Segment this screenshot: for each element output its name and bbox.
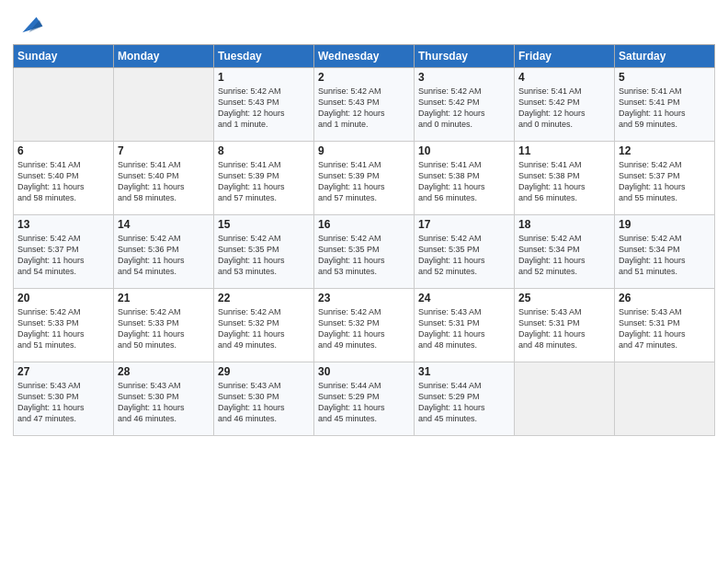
day-info: Sunrise: 5:41 AM Sunset: 5:41 PM Dayligh… bbox=[619, 86, 711, 131]
day-info: Sunrise: 5:43 AM Sunset: 5:30 PM Dayligh… bbox=[17, 380, 109, 425]
day-number: 22 bbox=[218, 292, 310, 304]
calendar-cell: 30Sunrise: 5:44 AM Sunset: 5:29 PM Dayli… bbox=[314, 362, 415, 436]
calendar-table: SundayMondayTuesdayWednesdayThursdayFrid… bbox=[13, 44, 715, 436]
calendar-cell: 25Sunrise: 5:43 AM Sunset: 5:31 PM Dayli… bbox=[515, 289, 615, 362]
day-number: 1 bbox=[218, 71, 310, 84]
calendar-cell: 12Sunrise: 5:42 AM Sunset: 5:37 PM Dayli… bbox=[615, 142, 715, 215]
day-header-thursday: Thursday bbox=[415, 45, 515, 68]
calendar-cell: 31Sunrise: 5:44 AM Sunset: 5:29 PM Dayli… bbox=[415, 362, 515, 436]
day-number: 24 bbox=[418, 292, 510, 304]
calendar-cell: 26Sunrise: 5:43 AM Sunset: 5:31 PM Dayli… bbox=[615, 289, 715, 362]
calendar-cell: 20Sunrise: 5:42 AM Sunset: 5:33 PM Dayli… bbox=[14, 289, 114, 362]
calendar-cell: 15Sunrise: 5:42 AM Sunset: 5:35 PM Dayli… bbox=[214, 215, 314, 289]
day-info: Sunrise: 5:41 AM Sunset: 5:42 PM Dayligh… bbox=[518, 86, 610, 131]
day-number: 14 bbox=[118, 218, 210, 231]
day-info: Sunrise: 5:42 AM Sunset: 5:35 PM Dayligh… bbox=[218, 233, 310, 278]
day-number: 17 bbox=[418, 218, 510, 231]
day-info: Sunrise: 5:44 AM Sunset: 5:29 PM Dayligh… bbox=[418, 380, 510, 425]
calendar-week-row: 27Sunrise: 5:43 AM Sunset: 5:30 PM Dayli… bbox=[14, 362, 715, 436]
day-number: 15 bbox=[218, 218, 310, 231]
day-number: 26 bbox=[619, 292, 711, 304]
day-number: 9 bbox=[318, 144, 410, 157]
calendar-week-row: 13Sunrise: 5:42 AM Sunset: 5:37 PM Dayli… bbox=[14, 215, 715, 289]
day-header-wednesday: Wednesday bbox=[314, 45, 415, 68]
calendar-header-row: SundayMondayTuesdayWednesdayThursdayFrid… bbox=[14, 45, 715, 68]
day-number: 28 bbox=[118, 365, 210, 378]
calendar-week-row: 6Sunrise: 5:41 AM Sunset: 5:40 PM Daylig… bbox=[14, 142, 715, 215]
calendar-cell: 5Sunrise: 5:41 AM Sunset: 5:41 PM Daylig… bbox=[615, 68, 715, 142]
calendar-cell: 16Sunrise: 5:42 AM Sunset: 5:35 PM Dayli… bbox=[314, 215, 415, 289]
day-info: Sunrise: 5:42 AM Sunset: 5:35 PM Dayligh… bbox=[418, 233, 510, 278]
day-number: 21 bbox=[118, 292, 210, 304]
calendar-cell: 6Sunrise: 5:41 AM Sunset: 5:40 PM Daylig… bbox=[14, 142, 114, 215]
calendar-cell: 8Sunrise: 5:41 AM Sunset: 5:39 PM Daylig… bbox=[214, 142, 314, 215]
day-number: 13 bbox=[17, 218, 109, 231]
calendar-cell: 24Sunrise: 5:43 AM Sunset: 5:31 PM Dayli… bbox=[415, 289, 515, 362]
day-info: Sunrise: 5:42 AM Sunset: 5:43 PM Dayligh… bbox=[218, 86, 310, 131]
logo-icon bbox=[15, 9, 44, 39]
calendar-cell: 17Sunrise: 5:42 AM Sunset: 5:35 PM Dayli… bbox=[415, 215, 515, 289]
calendar-week-row: 20Sunrise: 5:42 AM Sunset: 5:33 PM Dayli… bbox=[14, 289, 715, 362]
day-number: 25 bbox=[518, 292, 610, 304]
day-info: Sunrise: 5:43 AM Sunset: 5:31 PM Dayligh… bbox=[518, 306, 610, 351]
calendar-cell: 9Sunrise: 5:41 AM Sunset: 5:39 PM Daylig… bbox=[314, 142, 415, 215]
day-number: 16 bbox=[318, 218, 410, 231]
calendar-cell: 14Sunrise: 5:42 AM Sunset: 5:36 PM Dayli… bbox=[114, 215, 214, 289]
day-info: Sunrise: 5:42 AM Sunset: 5:37 PM Dayligh… bbox=[17, 233, 109, 278]
day-info: Sunrise: 5:42 AM Sunset: 5:32 PM Dayligh… bbox=[318, 306, 410, 351]
day-header-saturday: Saturday bbox=[615, 45, 715, 68]
calendar-cell: 28Sunrise: 5:43 AM Sunset: 5:30 PM Dayli… bbox=[114, 362, 214, 436]
day-number: 27 bbox=[17, 365, 109, 378]
day-number: 18 bbox=[518, 218, 610, 231]
day-info: Sunrise: 5:41 AM Sunset: 5:39 PM Dayligh… bbox=[318, 159, 410, 204]
calendar-cell: 1Sunrise: 5:42 AM Sunset: 5:43 PM Daylig… bbox=[214, 68, 314, 142]
calendar-cell: 7Sunrise: 5:41 AM Sunset: 5:40 PM Daylig… bbox=[114, 142, 214, 215]
calendar-cell: 23Sunrise: 5:42 AM Sunset: 5:32 PM Dayli… bbox=[314, 289, 415, 362]
day-number: 30 bbox=[318, 365, 410, 378]
calendar-cell: 19Sunrise: 5:42 AM Sunset: 5:34 PM Dayli… bbox=[615, 215, 715, 289]
day-header-tuesday: Tuesday bbox=[214, 45, 314, 68]
day-number: 6 bbox=[17, 144, 109, 157]
calendar-cell: 18Sunrise: 5:42 AM Sunset: 5:34 PM Dayli… bbox=[515, 215, 615, 289]
day-info: Sunrise: 5:42 AM Sunset: 5:36 PM Dayligh… bbox=[118, 233, 210, 278]
day-number: 4 bbox=[518, 71, 610, 84]
day-info: Sunrise: 5:41 AM Sunset: 5:40 PM Dayligh… bbox=[118, 159, 210, 204]
day-info: Sunrise: 5:41 AM Sunset: 5:40 PM Dayligh… bbox=[17, 159, 109, 204]
calendar-cell: 13Sunrise: 5:42 AM Sunset: 5:37 PM Dayli… bbox=[14, 215, 114, 289]
day-info: Sunrise: 5:43 AM Sunset: 5:31 PM Dayligh… bbox=[619, 306, 711, 351]
day-info: Sunrise: 5:42 AM Sunset: 5:33 PM Dayligh… bbox=[17, 306, 109, 351]
day-number: 20 bbox=[17, 292, 109, 304]
day-number: 7 bbox=[118, 144, 210, 157]
logo bbox=[13, 9, 44, 39]
day-number: 3 bbox=[418, 71, 510, 84]
calendar-cell bbox=[515, 362, 615, 436]
day-info: Sunrise: 5:42 AM Sunset: 5:34 PM Dayligh… bbox=[518, 233, 610, 278]
day-number: 19 bbox=[619, 218, 711, 231]
day-number: 8 bbox=[218, 144, 310, 157]
day-info: Sunrise: 5:42 AM Sunset: 5:35 PM Dayligh… bbox=[318, 233, 410, 278]
day-number: 10 bbox=[418, 144, 510, 157]
calendar-cell: 4Sunrise: 5:41 AM Sunset: 5:42 PM Daylig… bbox=[515, 68, 615, 142]
calendar-cell: 29Sunrise: 5:43 AM Sunset: 5:30 PM Dayli… bbox=[214, 362, 314, 436]
day-info: Sunrise: 5:44 AM Sunset: 5:29 PM Dayligh… bbox=[318, 380, 410, 425]
day-number: 31 bbox=[418, 365, 510, 378]
calendar-week-row: 1Sunrise: 5:42 AM Sunset: 5:43 PM Daylig… bbox=[14, 68, 715, 142]
day-header-monday: Monday bbox=[114, 45, 214, 68]
page: SundayMondayTuesdayWednesdayThursdayFrid… bbox=[0, 0, 728, 563]
day-number: 12 bbox=[619, 144, 711, 157]
day-number: 29 bbox=[218, 365, 310, 378]
day-info: Sunrise: 5:43 AM Sunset: 5:31 PM Dayligh… bbox=[418, 306, 510, 351]
day-number: 2 bbox=[318, 71, 410, 84]
calendar-cell bbox=[114, 68, 214, 142]
calendar-cell: 2Sunrise: 5:42 AM Sunset: 5:43 PM Daylig… bbox=[314, 68, 415, 142]
calendar-cell bbox=[14, 68, 114, 142]
day-info: Sunrise: 5:41 AM Sunset: 5:38 PM Dayligh… bbox=[418, 159, 510, 204]
day-info: Sunrise: 5:42 AM Sunset: 5:34 PM Dayligh… bbox=[619, 233, 711, 278]
day-header-sunday: Sunday bbox=[14, 45, 114, 68]
day-info: Sunrise: 5:42 AM Sunset: 5:33 PM Dayligh… bbox=[118, 306, 210, 351]
calendar-cell: 3Sunrise: 5:42 AM Sunset: 5:42 PM Daylig… bbox=[415, 68, 515, 142]
calendar-cell: 11Sunrise: 5:41 AM Sunset: 5:38 PM Dayli… bbox=[515, 142, 615, 215]
day-info: Sunrise: 5:42 AM Sunset: 5:42 PM Dayligh… bbox=[418, 86, 510, 131]
day-info: Sunrise: 5:41 AM Sunset: 5:38 PM Dayligh… bbox=[518, 159, 610, 204]
day-info: Sunrise: 5:42 AM Sunset: 5:32 PM Dayligh… bbox=[218, 306, 310, 351]
